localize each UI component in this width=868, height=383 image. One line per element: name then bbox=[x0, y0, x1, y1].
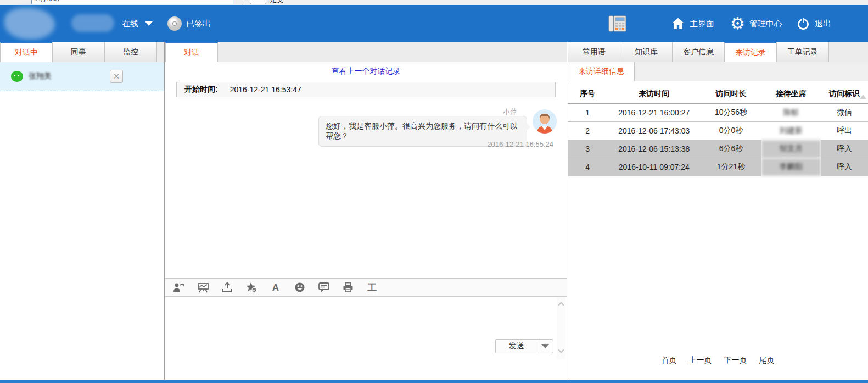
phone-icon bbox=[607, 13, 629, 34]
cell-agent: 邹文月 bbox=[761, 140, 821, 158]
cell-duration: 0分0秒 bbox=[701, 122, 761, 140]
checkout-label: 已签出 bbox=[186, 19, 211, 29]
gear-icon: ⚙ bbox=[730, 15, 745, 32]
cell-no: 3 bbox=[568, 140, 607, 158]
pager-next[interactable]: 下一页 bbox=[724, 356, 747, 365]
cell-tag: 呼出 bbox=[821, 122, 868, 140]
quick-reply-icon[interactable] bbox=[318, 281, 330, 293]
col-header-no: 序号 bbox=[568, 85, 607, 104]
table-row[interactable]: 1 2016-12-21 16:00:27 10分56秒 陈郁 微信 bbox=[568, 104, 868, 122]
browser-topic-input[interactable] bbox=[31, 0, 233, 4]
toolbar-divider bbox=[242, 1, 242, 5]
app-window: ✎ 定义 在线 已签出 bbox=[0, 0, 868, 383]
edit-button[interactable]: ✎ bbox=[250, 0, 266, 4]
nav-exit[interactable]: 退出 bbox=[796, 5, 831, 42]
nav-admin-center[interactable]: ⚙ 管理中心 bbox=[730, 5, 782, 42]
pager-last[interactable]: 尾页 bbox=[759, 356, 775, 365]
scroll-down-icon[interactable] bbox=[558, 347, 564, 353]
cell-agent: 陈郁 bbox=[761, 104, 821, 122]
disc-icon bbox=[167, 16, 182, 31]
cell-no: 4 bbox=[568, 158, 607, 176]
cell-agent: 刘建新 bbox=[761, 122, 821, 140]
send-button[interactable]: 发送 bbox=[495, 339, 537, 353]
message-input-area[interactable]: 发送 bbox=[165, 297, 567, 380]
tab-customer-info[interactable]: 客户信息 bbox=[672, 42, 725, 62]
work-order-icon[interactable]: 工 bbox=[366, 281, 378, 293]
browser-toolbar-strip: ✎ 定义 bbox=[0, 0, 868, 5]
right-tabbar: 常用语 知识库 客户信息 来访记录 工单记录 bbox=[568, 42, 868, 62]
close-conversation-button[interactable]: ✕ bbox=[110, 70, 123, 83]
start-time-box: 开始时间: 2016-12-21 16:53:47 bbox=[176, 82, 556, 97]
pager-prev[interactable]: 上一页 bbox=[689, 356, 712, 365]
visit-subtabbar: 来访详细信息 bbox=[568, 62, 868, 81]
message-text: 您好，我是客服小萍。很高兴为您服务，请问有什么可以帮您？ bbox=[326, 121, 518, 140]
status-selector[interactable]: 在线 bbox=[122, 5, 153, 42]
transfer-user-icon[interactable] bbox=[173, 281, 185, 293]
tab-common-phrases[interactable]: 常用语 bbox=[568, 42, 620, 62]
previous-record-link[interactable]: 查看上一个对话记录 bbox=[165, 62, 567, 76]
conversation-list-item[interactable]: 张翔美 ✕ bbox=[0, 62, 164, 91]
cell-tag: 微信 bbox=[821, 104, 868, 122]
tab-in-conversation[interactable]: 对话中 bbox=[0, 42, 53, 62]
font-icon[interactable]: A bbox=[270, 281, 282, 293]
app-header: 在线 已签出 主界面 bbox=[0, 5, 868, 42]
tab-knowledge-base[interactable]: 知识库 bbox=[620, 42, 673, 62]
nav-admin-label: 管理中心 bbox=[749, 19, 782, 29]
send-control: 发送 bbox=[495, 339, 553, 353]
home-icon bbox=[671, 16, 685, 31]
power-icon bbox=[796, 16, 810, 31]
cell-no: 2 bbox=[568, 122, 607, 140]
message-timestamp: 2016-12-21 16:55:24 bbox=[487, 140, 553, 148]
chevron-down-icon bbox=[541, 344, 549, 348]
cell-time: 2016-12-21 16:00:27 bbox=[607, 104, 701, 122]
pagination: 首页 上一页 下一页 尾页 bbox=[568, 356, 868, 365]
send-options-button[interactable] bbox=[537, 339, 553, 353]
visitor-name: 张翔美 bbox=[29, 71, 52, 81]
cell-duration: 1分21秒 bbox=[701, 158, 761, 176]
screen-board-icon[interactable] bbox=[197, 281, 209, 293]
scroll-up-arrow-icon[interactable] bbox=[860, 95, 866, 99]
upload-icon[interactable] bbox=[221, 281, 233, 293]
col-header-duration: 访问时长 bbox=[701, 85, 761, 104]
left-tabbar: 对话中 同事 监控 bbox=[0, 42, 164, 62]
left-panel: 对话中 同事 监控 张翔美 ✕ bbox=[0, 42, 165, 380]
start-time-value: 2016-12-21 16:53:47 bbox=[230, 85, 301, 94]
table-row[interactable]: 4 2016-10-11 09:07:24 1分21秒 李麟阳 呼入 bbox=[568, 158, 868, 176]
cell-duration: 10分56秒 bbox=[701, 104, 761, 122]
tab-monitor[interactable]: 监控 bbox=[104, 42, 157, 62]
nav-main-interface[interactable]: 主界面 bbox=[671, 5, 714, 42]
checkout-status[interactable]: 已签出 bbox=[167, 5, 211, 42]
bottom-border-strip bbox=[0, 380, 868, 383]
col-header-agent: 接待坐席 bbox=[761, 85, 821, 104]
toolbar-label: 定义 bbox=[270, 0, 283, 5]
subtab-visit-details[interactable]: 来访详细信息 bbox=[568, 62, 635, 81]
print-icon[interactable] bbox=[342, 281, 354, 293]
softphone-button[interactable] bbox=[607, 5, 629, 42]
wechat-icon bbox=[11, 71, 23, 82]
scroll-up-icon[interactable] bbox=[558, 302, 564, 308]
cell-duration: 6分6秒 bbox=[701, 140, 761, 158]
app-logo bbox=[4, 8, 55, 40]
cell-agent: 李麟阳 bbox=[761, 158, 821, 176]
tab-colleagues[interactable]: 同事 bbox=[52, 42, 105, 62]
cell-no: 1 bbox=[568, 104, 607, 122]
table-row[interactable]: 3 2016-12-06 15:13:38 6分6秒 邹文月 呼入 bbox=[568, 140, 868, 158]
cell-tag: 呼入 bbox=[821, 140, 868, 158]
table-row[interactable]: 2 2016-12-06 17:43:03 0分0秒 刘建新 呼出 bbox=[568, 122, 868, 140]
chat-panel: 对话 查看上一个对话记录 开始时间: 2016-12-21 16:53:47 小… bbox=[165, 42, 567, 380]
pager-first[interactable]: 首页 bbox=[662, 356, 677, 365]
tab-work-orders[interactable]: 工单记录 bbox=[776, 42, 829, 62]
star-check-icon[interactable] bbox=[245, 281, 257, 293]
visit-records-table: 序号 来访时间 访问时长 接待坐席 访问标识 1 2016-12-21 16:0… bbox=[568, 85, 868, 176]
input-scrollbar[interactable] bbox=[557, 297, 565, 359]
chat-transcript: 查看上一个对话记录 开始时间: 2016-12-21 16:53:47 小萍 bbox=[165, 62, 567, 298]
table-header-row: 序号 来访时间 访问时长 接待坐席 访问标识 bbox=[568, 85, 868, 104]
tab-dialog[interactable]: 对话 bbox=[165, 42, 218, 62]
col-header-time: 来访时间 bbox=[607, 85, 701, 104]
agent-message-avatar bbox=[533, 109, 557, 134]
tab-visit-records[interactable]: 来访记录 bbox=[724, 42, 777, 62]
emoji-icon[interactable] bbox=[294, 281, 306, 293]
cell-time: 2016-10-11 09:07:24 bbox=[607, 158, 701, 176]
nav-exit-label: 退出 bbox=[815, 19, 831, 29]
chevron-down-icon bbox=[145, 21, 153, 26]
